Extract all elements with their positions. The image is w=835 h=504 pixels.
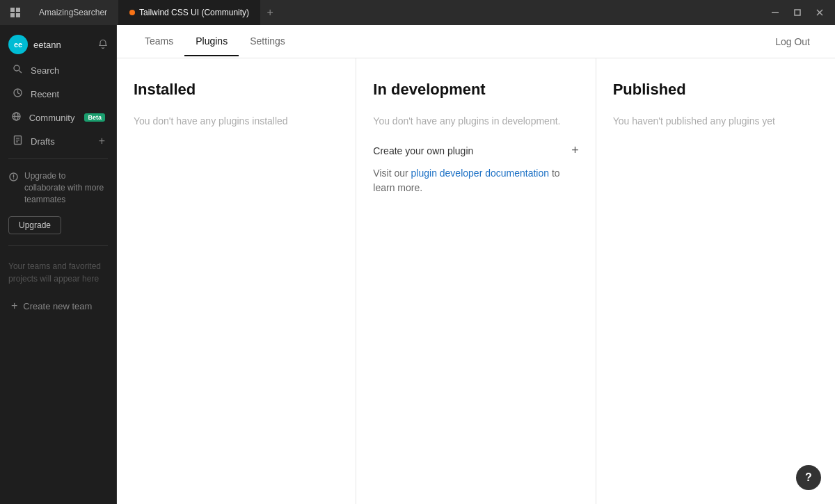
upgrade-text: Upgrade to collaborate with more teammat… (24, 170, 108, 205)
tab1-label: AmaizingSearcher (39, 8, 107, 17)
tab-teams[interactable]: Teams (134, 27, 184, 56)
sidebar-item-community[interactable]: Community Beta (3, 106, 113, 129)
create-team-plus-icon: + (11, 300, 17, 312)
title-bar: AmaizingSearcher Tailwind CSS UI (Commun… (0, 0, 835, 25)
bell-icon[interactable] (98, 39, 108, 51)
svg-rect-3 (16, 13, 20, 17)
svg-rect-0 (10, 8, 15, 12)
upgrade-section: Upgrade to collaborate with more teammat… (0, 165, 116, 240)
create-team-label: Create new team (23, 301, 92, 311)
create-plugin-row: Create your own plugin + (373, 143, 578, 158)
plugins-content: Installed You don't have any plugins ins… (117, 58, 835, 504)
svg-rect-4 (772, 12, 779, 13)
sidebar-divider-2 (8, 245, 108, 246)
top-nav: Teams Plugins Settings Log Out (117, 25, 835, 58)
published-title: Published (613, 81, 818, 99)
new-tab-button[interactable]: + (260, 3, 280, 22)
tab-active-dot (129, 10, 135, 15)
sidebar-item-search[interactable]: Search (3, 59, 113, 81)
published-column: Published You haven't published any plug… (596, 58, 835, 504)
create-plugin-plus-icon[interactable]: + (571, 143, 579, 158)
plugin-dev-docs-link[interactable]: plugin developer documentation (411, 168, 549, 179)
drafts-add-icon[interactable]: + (99, 135, 105, 147)
installed-title: Installed (134, 81, 339, 99)
installed-column: Installed You don't have any plugins ins… (117, 58, 356, 504)
recent-icon (11, 88, 24, 100)
svg-rect-2 (10, 13, 15, 17)
in-development-empty: You don't have any plugins in developmen… (373, 115, 578, 127)
published-empty: You haven't published any plugins yet (613, 115, 818, 127)
app-body: ee eetann Search (0, 25, 835, 504)
close-button[interactable] (810, 6, 829, 19)
tab-settings[interactable]: Settings (239, 27, 296, 56)
avatar: ee (8, 35, 28, 54)
tab-plugins[interactable]: Plugins (184, 27, 239, 56)
app-logo (6, 3, 25, 22)
in-development-title: In development (373, 81, 578, 99)
plugin-dev-description: Visit our plugin developer documentation… (373, 166, 578, 195)
search-label: Search (31, 65, 59, 76)
sidebar-item-drafts[interactable]: Drafts + (3, 130, 113, 152)
sidebar-username: eetann (33, 40, 93, 50)
svg-point-20 (13, 178, 15, 179)
tab2-label: Tailwind CSS UI (Community) (139, 8, 249, 17)
svg-line-9 (19, 71, 22, 74)
create-plugin-label: Create your own plugin (373, 145, 473, 156)
svg-point-8 (14, 65, 19, 71)
search-icon (11, 64, 24, 76)
restore-button[interactable] (788, 6, 807, 19)
logout-button[interactable]: Log Out (767, 32, 818, 51)
svg-rect-1 (16, 8, 20, 12)
content-area: Teams Plugins Settings Log Out Installed… (117, 25, 835, 504)
desc-prefix: Visit our (373, 168, 411, 179)
installed-empty: You don't have any plugins installed (134, 115, 339, 127)
nav-tabs: Teams Plugins Settings (134, 27, 767, 56)
beta-badge: Beta (84, 113, 105, 122)
upgrade-icon (8, 172, 19, 185)
drafts-icon (11, 135, 24, 147)
upgrade-button[interactable]: Upgrade (8, 216, 61, 234)
teams-placeholder: Your teams and favorited projects will a… (0, 252, 116, 293)
svg-rect-5 (795, 10, 800, 15)
title-tab-1[interactable]: AmaizingSearcher (28, 0, 118, 25)
create-team-button[interactable]: + Create new team (3, 295, 113, 317)
window-controls (765, 6, 829, 19)
minimize-button[interactable] (765, 6, 785, 19)
drafts-label: Drafts (31, 136, 55, 147)
community-icon (11, 111, 22, 124)
sidebar-user[interactable]: ee eetann (0, 31, 116, 58)
title-tab-2[interactable]: Tailwind CSS UI (Community) (118, 0, 260, 25)
sidebar-item-recent[interactable]: Recent (3, 83, 113, 105)
sidebar: ee eetann Search (0, 25, 117, 504)
recent-label: Recent (31, 89, 59, 99)
sidebar-divider-1 (8, 158, 108, 159)
help-button[interactable]: ? (796, 465, 821, 490)
tab-bar: AmaizingSearcher Tailwind CSS UI (Commun… (28, 0, 765, 25)
in-development-column: In development You don't have any plugin… (356, 58, 596, 504)
community-label: Community (29, 113, 75, 123)
